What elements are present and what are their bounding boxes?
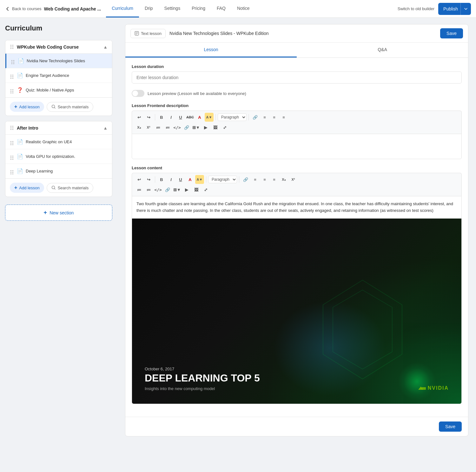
section-drag-handle-1[interactable] <box>10 44 14 50</box>
align-center-button-fd[interactable]: ≡ <box>270 113 279 122</box>
tab-settings[interactable]: Settings <box>159 0 186 17</box>
publish-dropdown-arrow[interactable] <box>461 3 471 15</box>
underline-button-lc[interactable]: U <box>176 175 185 184</box>
bold-button-lc[interactable]: B <box>157 175 166 184</box>
align-right-button-fd[interactable]: ≡ <box>279 113 288 122</box>
publish-button[interactable]: Publish <box>438 3 471 15</box>
save-button-bottom[interactable]: Save <box>439 421 462 432</box>
link-button-fd[interactable]: 🔗 <box>251 113 260 122</box>
lesson-title-l3: Quiz: Mobile / Native Apps <box>26 88 108 92</box>
lesson-doc-icon-l6: 📄 <box>17 168 23 174</box>
slide-title: DEEP LEARNING TOP 5 <box>145 373 260 384</box>
lesson-content-group: Lesson content ↩ ↪ B I U A A▼ Paragraph <box>132 165 462 404</box>
tab-notice[interactable]: Notice <box>231 0 255 17</box>
lesson-drag-l3[interactable] <box>10 86 14 94</box>
add-lesson-button-2[interactable]: + Add lesson <box>10 183 44 193</box>
paragraph-select-fd[interactable]: Paragraph Heading 1 Heading 2 <box>218 113 247 121</box>
section-collapse-2[interactable]: ▲ <box>103 125 108 131</box>
lesson-item-l6[interactable]: 📄 Deep Learning <box>5 164 112 179</box>
code-button-fd[interactable]: </> <box>173 123 182 132</box>
lesson-content-editor[interactable]: Two fourth grade classes are learning ab… <box>132 196 462 404</box>
tab-lesson[interactable]: Lesson <box>125 43 297 57</box>
back-to-courses-button[interactable]: Back to courses <box>5 6 42 11</box>
highlight-button-fd[interactable]: A▼ <box>205 113 214 122</box>
lesson-drag-l1[interactable] <box>11 57 15 65</box>
paragraph-select-lc[interactable]: Paragraph Heading 1 <box>208 176 237 183</box>
superscript-button-fd[interactable]: X² <box>144 123 153 132</box>
search-materials-button-2[interactable]: Search materials <box>47 183 94 193</box>
lesson-title-l2: Engine Target Audience <box>26 73 108 78</box>
save-button-top[interactable]: Save <box>440 28 463 38</box>
strikethrough-button-fd[interactable]: ABC <box>186 113 195 122</box>
bold-button-fd[interactable]: B <box>157 113 166 122</box>
lesson-doc-icon-l5: 📄 <box>17 153 23 159</box>
list-ul-button-fd[interactable]: ≔ <box>154 123 162 132</box>
lesson-preview-toggle[interactable] <box>132 90 144 97</box>
insert-link-button-lc[interactable]: 🔗 <box>163 185 172 194</box>
lesson-drag-l2[interactable] <box>10 71 14 79</box>
tab-drip[interactable]: Drip <box>139 0 159 17</box>
lesson-duration-input[interactable] <box>132 71 462 84</box>
nvidia-logo-text: NVIDIA <box>428 385 449 391</box>
italic-button-lc[interactable]: I <box>167 175 175 184</box>
list-ol-button-lc[interactable]: ≔ <box>144 185 153 194</box>
lesson-drag-l5[interactable] <box>10 152 14 160</box>
underline-button-fd[interactable]: U <box>176 113 185 122</box>
align-center-button-lc[interactable]: ≡ <box>260 175 269 184</box>
add-lesson-button-1[interactable]: + Add lesson <box>10 102 44 112</box>
section-collapse-1[interactable]: ▲ <box>103 44 108 50</box>
undo-button-lc[interactable]: ↩ <box>135 175 143 184</box>
image-button-fd[interactable]: 🖼 <box>211 123 220 132</box>
section-block-1: WPKube Web Coding Course ▲ 📄 Nvidia New … <box>5 40 112 116</box>
subscript-button-lc[interactable]: X₂ <box>279 175 288 184</box>
editor-lesson-title: Nvidia New Technologies Slides - WPKube … <box>169 31 436 36</box>
italic-button-fd[interactable]: I <box>167 113 175 122</box>
tab-curriculum[interactable]: Curriculum <box>106 0 139 17</box>
lesson-item-l2[interactable]: 📄 Engine Target Audience <box>5 68 112 83</box>
tab-qa[interactable]: Q&A <box>297 43 468 57</box>
video-button-fd[interactable]: ▶ <box>201 123 210 132</box>
text-color-button-lc[interactable]: A <box>186 175 195 184</box>
section-drag-handle-2[interactable] <box>10 125 14 131</box>
fullscreen-button-lc[interactable]: ⤢ <box>201 185 210 194</box>
editor-body: Lesson duration Lesson preview (Lesson w… <box>125 58 468 417</box>
image-button-lc[interactable]: 🖼 <box>192 185 201 194</box>
list-ul-button-lc[interactable]: ≔ <box>135 185 143 194</box>
frontend-description-editor[interactable] <box>132 134 462 159</box>
slide-date: October 6, 2017 <box>145 367 260 371</box>
lesson-drag-l4[interactable] <box>10 138 14 146</box>
search-materials-button-1[interactable]: Search materials <box>47 102 94 112</box>
insert-link-button-fd[interactable]: 🔗 <box>182 123 191 132</box>
text-color-button-fd[interactable]: A <box>195 113 204 122</box>
lesson-drag-l6[interactable] <box>10 167 14 175</box>
lesson-item-l5[interactable]: 📄 Volta GPU for optimization. <box>5 149 112 164</box>
lesson-preview-toggle-row: Lesson preview (Lesson will be available… <box>132 90 462 97</box>
table-button-lc[interactable]: ⊞▼ <box>173 185 182 194</box>
table-button-fd[interactable]: ⊞▼ <box>192 123 201 132</box>
highlight-button-lc[interactable]: A▼ <box>195 175 204 184</box>
separator-fd-2 <box>215 114 216 120</box>
section-header-2: After Intro ▲ <box>5 121 112 135</box>
redo-button-lc[interactable]: ↪ <box>144 175 153 184</box>
redo-button-fd[interactable]: ↪ <box>144 113 153 122</box>
superscript-button-lc[interactable]: X² <box>289 175 298 184</box>
lesson-item-l3[interactable]: ❓ Quiz: Mobile / Native Apps <box>5 83 112 98</box>
video-button-lc[interactable]: ▶ <box>182 185 191 194</box>
code-button-lc[interactable]: </> <box>154 185 162 194</box>
tab-pricing[interactable]: Pricing <box>186 0 211 17</box>
header: Back to courses Web Coding and Apache ..… <box>0 0 476 18</box>
fullscreen-button-fd[interactable]: ⤢ <box>220 123 229 132</box>
link-button-lc[interactable]: 🔗 <box>241 175 250 184</box>
lesson-item-l1[interactable]: 📄 Nvidia New Technologies Slides <box>5 54 112 68</box>
undo-button-fd[interactable]: ↩ <box>135 113 143 122</box>
lesson-item-l4[interactable]: 📄 Realistic Graphic on UE4 <box>5 135 112 149</box>
align-left-button-fd[interactable]: ≡ <box>260 113 269 122</box>
new-section-button[interactable]: + New section <box>5 205 112 221</box>
align-left-button-lc[interactable]: ≡ <box>251 175 260 184</box>
list-ol-button-fd[interactable]: ≔ <box>163 123 172 132</box>
subscript-button-fd[interactable]: X₂ <box>135 123 143 132</box>
align-right-button-lc[interactable]: ≡ <box>270 175 279 184</box>
lesson-quiz-icon-l3: ❓ <box>17 87 23 93</box>
tab-faq[interactable]: FAQ <box>211 0 231 17</box>
switch-old-builder-button[interactable]: Switch to old builder <box>398 6 434 11</box>
